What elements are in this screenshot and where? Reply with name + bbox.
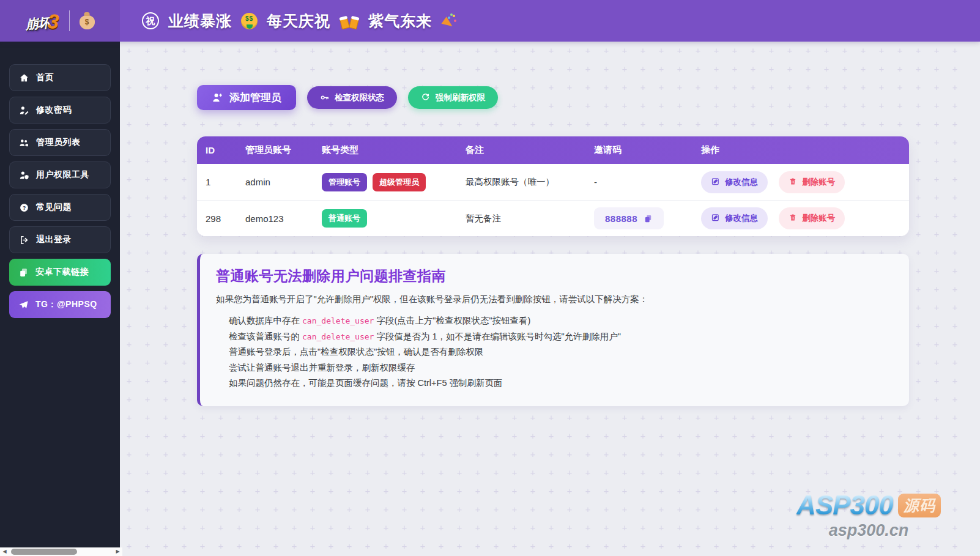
beer-mug-right (349, 17, 359, 29)
brand-zone: 崩坏3 $ (0, 0, 120, 42)
col-header-account: 管理员账号 (245, 144, 322, 156)
toolbar: 添加管理员 检查权限状态 强制刷新权限 (197, 85, 909, 110)
app-logo[interactable]: 崩坏3 (24, 8, 60, 34)
edit-icon (711, 213, 720, 224)
cell-operations: 修改信息 删除账号 (701, 171, 909, 193)
table-row: 298 demo123 普通账号 暂无备注 888888 修改信息 (197, 200, 909, 236)
sidebar-item-label: 用户权限工具 (36, 169, 89, 180)
troubleshooting-panel: 普通账号无法删除用户问题排查指南 如果您为普通账号开启了"允许删除用户"权限，但… (197, 254, 909, 406)
guide-step: 检查该普通账号的 can_delete_user 字段值是否为 1，如不是请在编… (229, 329, 893, 345)
cell-account-type: 普通账号 (322, 209, 466, 228)
cell-id: 1 (197, 177, 245, 187)
sidebar-item-change-password[interactable]: 修改密码 (9, 97, 111, 124)
copy-icon[interactable] (644, 214, 653, 223)
logo-number: 3 (47, 10, 60, 34)
sidebar-item-telegram[interactable]: TG：@PHPSQ (9, 291, 111, 318)
banner-text-3: 紫气东来 (368, 11, 432, 31)
scroll-right-arrow[interactable]: ▶ (113, 547, 122, 556)
check-permission-button[interactable]: 检查权限状态 (307, 86, 397, 109)
question-icon: ? (19, 202, 29, 213)
sidebar-item-label: 管理员列表 (36, 137, 81, 148)
banner-text-2: 每天庆祝 (267, 11, 330, 31)
cell-account-type: 管理账号超级管理员 (322, 173, 466, 191)
telegram-icon (18, 300, 29, 310)
edit-info-button[interactable]: 修改信息 (701, 171, 768, 193)
cell-id: 298 (197, 213, 245, 224)
sidebar-item-android-download[interactable]: 安卓下载链接 (9, 259, 111, 286)
col-header-ops: 操作 (701, 144, 909, 156)
main-content-area: ++++++++++++++++++++++++++++++++++++++++… (120, 42, 980, 556)
sidebar-item-home[interactable]: 首页 (9, 64, 111, 91)
sidebar-item-user-permission-tool[interactable]: 用户权限工具 (9, 161, 111, 188)
step-text: 字段值是否为 1，如不是请在编辑该账号时勾选"允许删除用户" (374, 332, 620, 341)
popper-cone (442, 17, 455, 29)
banner-text-1: 业绩暴涨 (168, 11, 232, 31)
beers-emoji (340, 13, 359, 29)
delete-account-button[interactable]: 删除账号 (779, 207, 845, 229)
user-shield-icon (19, 170, 29, 180)
party-popper-emoji (441, 13, 458, 29)
celebration-banner: 祝 业绩暴涨 $$ 每天庆祝 紫气东来 (120, 0, 458, 42)
trash-icon (789, 213, 797, 224)
delete-account-label: 删除账号 (802, 213, 835, 224)
step-text: 确认数据库中存在 (229, 316, 302, 325)
col-header-id: ID (197, 145, 245, 155)
step-text: 尝试让普通账号退出并重新登录，刷新权限缓存 (229, 363, 415, 373)
sidebar-item-faq[interactable]: ? 常见问题 (9, 194, 111, 221)
guide-step: 普通账号登录后，点击"检查权限状态"按钮，确认是否有删除权限 (229, 344, 893, 360)
step-text: 检查该普通账号的 (229, 332, 302, 341)
step-text: 字段(点击上方"检查权限状态"按钮查看) (374, 316, 530, 325)
horizontal-scrollbar[interactable]: ◀ ▶ (0, 547, 122, 556)
sidebar-item-logout[interactable]: 退出登录 (9, 226, 111, 253)
step-code: can_delete_user (302, 316, 374, 325)
scroll-left-arrow[interactable]: ◀ (0, 547, 9, 556)
watermark-domain: asp300.cn (796, 521, 941, 540)
force-refresh-button[interactable]: 强制刷新权限 (408, 86, 498, 109)
sidebar-item-label: 修改密码 (36, 105, 72, 116)
cell-operations: 修改信息 删除账号 (701, 207, 909, 229)
user-plus-icon (212, 92, 223, 103)
cell-account: demo123 (245, 213, 322, 224)
guide-steps: 确认数据库中存在 can_delete_user 字段(点击上方"检查权限状态"… (216, 313, 893, 391)
step-code: can_delete_user (302, 332, 374, 341)
logout-icon (19, 235, 29, 245)
key-icon (320, 93, 329, 102)
delete-account-button[interactable]: 删除账号 (779, 171, 845, 193)
scrollbar-thumb[interactable] (11, 549, 77, 555)
watermark-badge: 源码 (898, 494, 941, 517)
edit-info-button[interactable]: 修改信息 (701, 207, 768, 229)
money-face-emoji: $$ (241, 13, 258, 29)
badge-admin-account: 管理账号 (322, 173, 367, 191)
trash-icon (789, 177, 797, 188)
sidebar-item-label: 常见问题 (36, 202, 72, 213)
edit-info-label: 修改信息 (725, 177, 758, 188)
add-admin-button[interactable]: 添加管理员 (197, 85, 296, 110)
force-refresh-label: 强制刷新权限 (436, 92, 485, 103)
add-admin-label: 添加管理员 (229, 91, 281, 105)
admin-list-icon (19, 138, 29, 148)
top-header: 崩坏3 $ 祝 业绩暴涨 $$ 每天庆祝 紫气东来 (0, 0, 980, 42)
money-face-tongue (247, 24, 253, 29)
divider (69, 10, 70, 31)
copy-icon (18, 267, 29, 278)
guide-step: 确认数据库中存在 can_delete_user 字段(点击上方"检查权限状态"… (229, 313, 893, 329)
invite-code-box[interactable]: 888888 (594, 207, 664, 229)
money-bag-icon: $ (80, 15, 95, 29)
cell-remark: 最高权限账号（唯一） (466, 176, 594, 188)
col-header-invite: 邀请码 (594, 144, 701, 156)
home-icon (19, 73, 29, 83)
col-header-remark: 备注 (466, 144, 594, 156)
refresh-icon (421, 93, 430, 102)
sidebar-item-label: 首页 (36, 72, 54, 83)
sidebar-item-admin-list[interactable]: 管理员列表 (9, 129, 111, 156)
zhu-char: 祝 (146, 15, 155, 27)
guide-step: 尝试让普通账号退出并重新登录，刷新权限缓存 (229, 360, 893, 376)
edit-info-label: 修改信息 (725, 213, 758, 224)
sidebar-item-label: 退出登录 (36, 234, 72, 245)
step-text: 如果问题仍然存在，可能是页面缓存问题，请按 Ctrl+F5 强制刷新页面 (229, 378, 503, 388)
sidebar-item-label: 安卓下载链接 (35, 267, 89, 278)
guide-title: 普通账号无法删除用户问题排查指南 (216, 267, 893, 286)
badge-normal-account: 普通账号 (322, 209, 367, 228)
cell-invite-code: 888888 (594, 207, 701, 229)
admin-table-card: ID 管理员账号 账号类型 备注 邀请码 操作 1 admin 管理账号超级管理… (197, 136, 909, 236)
